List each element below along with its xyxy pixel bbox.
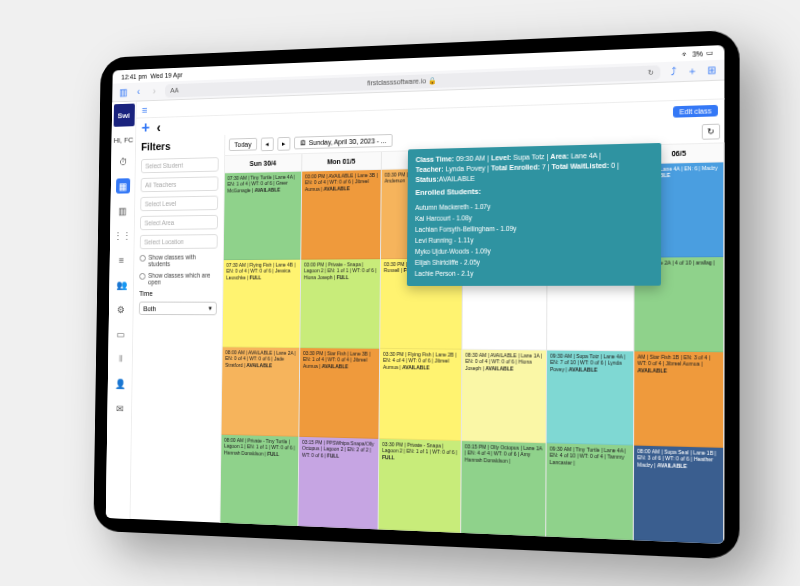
calendar-view: Today ◂ ▸ 🗓 Sunday, April 30, 2023 - ...… (220, 120, 724, 544)
next-week-button[interactable]: ▸ (277, 136, 290, 150)
popup-section-title: Enrolled Students: (415, 184, 652, 199)
date-range-text: Sunday, April 30, 2023 - ... (309, 137, 387, 146)
tabs-icon[interactable]: ⊞ (705, 64, 718, 77)
battery-icon: ▭ (706, 49, 714, 58)
forward-icon[interactable]: › (149, 85, 160, 97)
location-select[interactable]: Select Location (140, 234, 218, 249)
today-button[interactable]: Today (229, 138, 257, 151)
sidebar-toggle-icon[interactable]: ▥ (117, 86, 128, 98)
radio-icon (139, 273, 145, 280)
mail-icon[interactable]: ✉ (112, 400, 126, 416)
calendar-icon: 🗓 (299, 139, 306, 146)
class-cell[interactable]: 07:30 AM | Tiny Turtle | Lane 4A | EN: 1… (224, 172, 302, 260)
class-cell[interactable]: 03:30 PM | Private - Snapa | Lagoon 2 | … (379, 439, 461, 533)
hamburger-icon[interactable]: ≡ (142, 104, 148, 116)
level-select[interactable]: Select Level (140, 196, 218, 212)
class-cell[interactable]: 03:00 PM | AVAILABLE | Lane 3B | EN: 0 o… (301, 170, 381, 260)
reader-aa[interactable]: AA (170, 87, 178, 94)
class-cell[interactable]: 09:30 AM | Tiny Turtle | Lane 4A | EN: 4… (546, 443, 633, 540)
day-header: Sun 30/4 (225, 154, 302, 173)
student-select[interactable]: Select Student (141, 157, 219, 173)
enrolled-student: Elijah Shirtcliffe - 2.05y (415, 256, 653, 269)
url-text: firstclasssoftware.io (367, 77, 426, 86)
day-column: Sun 30/407:30 AM | Tiny Turtle | Lane 4A… (220, 154, 302, 526)
share-icon[interactable]: ⤴ (667, 65, 680, 78)
teacher-select[interactable]: All Teachers (141, 176, 219, 192)
content: Filters Select Student All Teachers Sele… (130, 120, 724, 544)
battery-pct: 3% (692, 50, 703, 58)
date-range-picker[interactable]: 🗓 Sunday, April 30, 2023 - ... (294, 134, 393, 149)
class-cell[interactable]: 08:00 AM | AVAILABLE | Lane 2A | EN: 0 o… (222, 347, 300, 437)
radio-open-classes[interactable]: Show classes which are open (139, 272, 217, 286)
day-header: Mon 01/5 (302, 152, 381, 172)
class-popup: Class Time: 09:30 AM | Level: Supa Totz … (407, 143, 661, 286)
gear-icon[interactable]: ⚙ (114, 302, 128, 317)
day-column: Mon 01/503:00 PM | AVAILABLE | Lane 3B |… (298, 152, 382, 529)
app-root: Swi Hi, FC ⏱ ▦ ▥ ⋮⋮ ≡ 👥 ⚙ ▭ ⫴ 👤 ✉ ≡ (106, 81, 725, 544)
back-icon[interactable]: ‹ (133, 86, 144, 98)
class-cell[interactable]: 09:30 AM | Supa Totz | Lane 4A | EN: 7 o… (547, 351, 634, 446)
class-cell[interactable]: 03:30 PM | Flying Fish | Lane 2B | EN: 4… (379, 349, 461, 441)
calendar-day-icon[interactable]: ▦ (116, 178, 130, 193)
people-icon[interactable]: 👥 (114, 277, 128, 292)
refresh-button[interactable]: ↻ (702, 124, 720, 140)
greeting: Hi, FC (113, 136, 133, 145)
reload-icon[interactable]: ↻ (648, 68, 654, 77)
status-time: 12:41 pm (121, 72, 147, 80)
screen: 12:41 pm Wed 19 Apr ᯤ 3% ▭ ▥ ‹ › AA firs… (106, 45, 725, 544)
class-cell[interactable]: 03:00 PM | Private - Snapa | Lagoon 2 | … (300, 259, 380, 349)
time-label: Time (139, 290, 217, 297)
class-cell[interactable]: 08:30 AM | AVAILABLE | Lane 1A | EN: 0 o… (462, 350, 546, 444)
class-cell[interactable]: 03:30 PM | Star Fish | Lane 3B | EN: 1 o… (299, 348, 379, 439)
list-icon[interactable]: ≡ (114, 252, 128, 267)
user-icon[interactable]: 👤 (113, 376, 127, 392)
class-cell[interactable]: 08:00 AM | Private - Tiny Turtle | Lagoo… (220, 435, 298, 526)
lock-icon: 🔒 (428, 76, 437, 84)
class-cell[interactable]: 08:00 AM | Supa Seal | Lane 1B | EN: 3 o… (634, 446, 723, 544)
class-cell[interactable]: 03:15 PM | Olly Octopus | Lane 1A | EN: … (461, 441, 545, 536)
class-cell[interactable]: 07:30 AM | Flying Fish | Lane 4B | EN: 0… (223, 260, 301, 348)
popup-students: Autumn Mackereth - 1.07yKai Harcourt - 1… (415, 198, 653, 279)
popup-header: Class Time: 09:30 AM | Level: Supa Totz … (415, 149, 652, 184)
prev-week-button[interactable]: ◂ (260, 137, 273, 151)
main-area: ≡ + ‹ Edit class Filters Select Student … (130, 81, 724, 544)
dashboard-icon[interactable]: ⏱ (116, 154, 130, 169)
time-value: Both (143, 305, 156, 312)
radio-label: Show classes which are open (148, 272, 217, 286)
radio-with-students[interactable]: Show classes with students (139, 253, 217, 267)
class-cell[interactable]: AM | Star Fish 1B | EN: 3 of 4 | WT: 0 o… (634, 351, 723, 448)
enrolled-student: Lachie Person - 2.1y (415, 267, 653, 279)
time-select[interactable]: Both ▾ (139, 302, 217, 316)
card-icon[interactable]: ▭ (113, 326, 127, 341)
newtab-icon[interactable]: ＋ (686, 64, 699, 77)
edit-class-button[interactable]: Edit class (673, 104, 718, 117)
class-cell[interactable]: 03:15 PM | PPSWhipa Snapa/Olly Octopus |… (298, 437, 378, 530)
grid-icon[interactable]: ⋮⋮ (115, 227, 129, 242)
area-select[interactable]: Select Area (140, 215, 218, 230)
wifi-icon: ᯤ (681, 50, 688, 58)
chevron-down-icon: ▾ (209, 305, 213, 313)
status-date: Wed 19 Apr (150, 71, 182, 79)
filters-title: Filters (141, 139, 219, 153)
tablet-frame: 12:41 pm Wed 19 Apr ᯤ 3% ▭ ▥ ‹ › AA firs… (93, 30, 739, 560)
app-logo[interactable]: Swi (113, 104, 134, 127)
calendar-week-icon[interactable]: ▥ (115, 203, 129, 218)
radio-icon (140, 255, 146, 262)
back-chevron-icon[interactable]: ‹ (157, 120, 161, 135)
add-button[interactable]: + (141, 119, 149, 136)
chart-icon[interactable]: ⫴ (113, 351, 127, 366)
radio-label: Show classes with students (148, 253, 217, 267)
filters-panel: Filters Select Student All Teachers Sele… (130, 135, 225, 523)
